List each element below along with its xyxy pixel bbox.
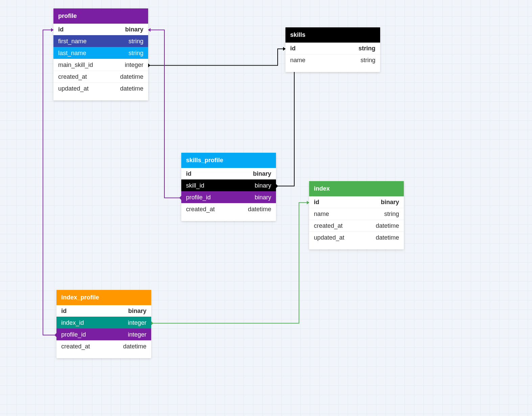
column-name: created_at	[186, 206, 215, 213]
column-type: binary	[255, 182, 271, 189]
column-type: datetime	[120, 73, 143, 80]
column-type: datetime	[376, 222, 399, 229]
column-row[interactable]: idbinary	[309, 196, 404, 208]
column-type: binary	[381, 199, 399, 206]
column-name: index_id	[61, 319, 84, 326]
column-name: last_name	[58, 50, 86, 57]
column-row[interactable]: first_namestring	[53, 35, 148, 47]
column-row[interactable]: created_atdatetime	[309, 220, 404, 231]
column-type: datetime	[376, 234, 399, 241]
column-name: updated_at	[58, 85, 89, 92]
table-skills_profile[interactable]: skills_profileidbinaryskill_idbinaryprof…	[181, 153, 276, 221]
table-header[interactable]: index	[309, 181, 404, 196]
column-row[interactable]: created_atdatetime	[181, 203, 276, 215]
column-row[interactable]: idbinary	[53, 24, 148, 35]
column-type: binary	[255, 194, 271, 201]
table-header[interactable]: skills	[285, 27, 380, 43]
table-header[interactable]: profile	[53, 8, 148, 24]
table-footer-space	[53, 94, 148, 100]
column-row[interactable]: updated_atdatetime	[309, 231, 404, 243]
column-type: string	[384, 211, 399, 218]
column-name: main_skill_id	[58, 62, 93, 69]
column-row[interactable]: main_skill_idinteger	[53, 59, 148, 71]
table-header[interactable]: skills_profile	[181, 153, 276, 168]
table-index[interactable]: indexidbinarynamestringcreated_atdatetim…	[309, 181, 404, 249]
column-name: id	[314, 199, 319, 206]
table-index_profile[interactable]: index_profileidbinaryindex_idintegerprof…	[56, 290, 151, 358]
table-footer-space	[56, 352, 151, 358]
column-name: created_at	[58, 73, 87, 80]
column-name: profile_id	[186, 194, 211, 201]
column-row[interactable]: idstring	[285, 43, 380, 54]
column-type: binary	[253, 170, 271, 177]
column-type: string	[129, 38, 143, 45]
column-type: string	[129, 50, 143, 57]
column-row[interactable]: namestring	[285, 54, 380, 66]
column-type: datetime	[123, 343, 146, 350]
column-type: binary	[125, 26, 143, 33]
column-row[interactable]: profile_idbinary	[181, 191, 276, 203]
column-type: datetime	[120, 85, 143, 92]
column-name: created_at	[314, 222, 343, 229]
column-name: profile_id	[61, 331, 86, 338]
table-skills[interactable]: skillsidstringnamestring	[285, 27, 380, 72]
column-row[interactable]: profile_idinteger	[56, 328, 151, 340]
column-name: first_name	[58, 38, 87, 45]
column-type: string	[361, 57, 375, 64]
column-type: integer	[125, 62, 143, 69]
column-row[interactable]: last_namestring	[53, 47, 148, 59]
column-name: id	[58, 26, 64, 33]
column-row[interactable]: index_idinteger	[56, 317, 151, 328]
column-name: name	[314, 211, 329, 218]
column-type: integer	[128, 331, 146, 338]
column-type: string	[358, 45, 375, 52]
column-name: updated_at	[314, 234, 344, 241]
column-name: created_at	[61, 343, 90, 350]
column-type: integer	[128, 319, 146, 326]
column-row[interactable]: idbinary	[56, 305, 151, 317]
table-footer-space	[181, 215, 276, 221]
table-footer-space	[285, 66, 380, 72]
table-header[interactable]: index_profile	[56, 290, 151, 305]
column-name: id	[186, 170, 191, 177]
column-row[interactable]: created_atdatetime	[56, 340, 151, 352]
column-type: binary	[128, 308, 146, 315]
table-profile[interactable]: profileidbinaryfirst_namestringlast_name…	[53, 8, 148, 100]
column-name: name	[290, 57, 305, 64]
column-name: id	[61, 308, 67, 315]
column-row[interactable]: created_atdatetime	[53, 71, 148, 82]
column-type: datetime	[248, 206, 271, 213]
table-footer-space	[309, 243, 404, 249]
column-name: id	[290, 45, 296, 52]
column-name: skill_id	[186, 182, 204, 189]
column-row[interactable]: updated_atdatetime	[53, 82, 148, 94]
column-row[interactable]: skill_idbinary	[181, 179, 276, 191]
column-row[interactable]: idbinary	[181, 168, 276, 179]
column-row[interactable]: namestring	[309, 208, 404, 220]
